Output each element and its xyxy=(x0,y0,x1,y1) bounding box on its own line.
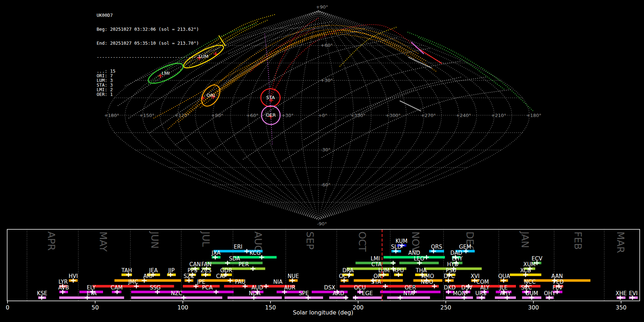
lon-label: +240° xyxy=(456,113,471,118)
meteor-trail xyxy=(250,29,315,72)
shower-bar-JIP: JIP xyxy=(167,267,176,277)
shower-code-label: NOO xyxy=(421,279,433,285)
shower-code-label: SLD xyxy=(391,244,401,250)
activity-bar xyxy=(446,297,473,299)
meteor-trail xyxy=(408,32,533,111)
end-time: End: 20251027 05:35:10 (sol = 213.70°) xyxy=(97,41,199,45)
shower-bar-JXA: JXA xyxy=(211,250,221,259)
shower-code-label: PCA xyxy=(202,284,213,291)
x-tick-label: 350 xyxy=(616,304,627,311)
shower-code-label: URS xyxy=(475,290,487,297)
meteor-trail xyxy=(322,89,512,157)
observation-header: UK00D7 Beg: 20251027 03:32:06 (sol = 213… xyxy=(97,4,199,83)
shower-bar-QUA: QUA xyxy=(498,273,510,283)
lon-label: +210° xyxy=(491,113,506,118)
lat-label: +60° xyxy=(321,43,333,48)
meridian-line xyxy=(318,11,424,220)
shower-code-label: NIA xyxy=(273,279,283,285)
shower-code-label: NTA xyxy=(403,290,414,297)
activity-bar xyxy=(59,297,124,299)
shower-bar-OCT: OCT xyxy=(339,273,350,283)
shower-code-label: FAN xyxy=(201,261,212,268)
lon-label: +270° xyxy=(421,113,436,118)
shower-bar-ORS: ORS xyxy=(429,244,444,253)
shower-code-label: LEO xyxy=(414,255,424,262)
month-label: APR xyxy=(46,231,57,251)
x-tick-label: 150 xyxy=(265,304,276,311)
lon-label: +180° xyxy=(104,113,119,118)
meteor-trail xyxy=(400,101,421,111)
radiant-label: ORI xyxy=(206,93,215,98)
shower-code-label: ERI xyxy=(234,244,242,250)
meteor-trail xyxy=(211,34,415,97)
begin-time: Beg: 20251027 03:32:06 (sol = 213.62°) xyxy=(97,27,199,31)
meteor-trail xyxy=(409,57,431,68)
activity-chart: APRMAYJUNJULAUGSEPOCTNOVDECJANFEBMARKUME… xyxy=(6,229,640,311)
activity-bar xyxy=(183,285,220,288)
shower-code-label: ARI xyxy=(143,273,152,279)
shower-code-label: PAU xyxy=(235,279,245,285)
shower-code-label: RPU xyxy=(393,267,404,274)
shower-bar-CAM: CAM xyxy=(111,284,123,294)
shower-code-label: SZC xyxy=(184,273,194,279)
lat-label: -30° xyxy=(321,147,331,152)
lat-label: -90° xyxy=(317,221,327,226)
shower-bar-SLD: SLD xyxy=(391,244,401,253)
x-tick-label: 100 xyxy=(177,304,189,311)
lat-label: -60° xyxy=(321,182,331,187)
shower-code-label: JXA xyxy=(211,250,221,256)
shower-code-label: ARD xyxy=(333,290,344,297)
shower-code-label: OCT xyxy=(339,273,350,279)
month-label: JUL xyxy=(200,231,211,247)
lon-label: +150° xyxy=(139,113,154,118)
month-label: SEP xyxy=(304,231,316,249)
shower-code-label: AUR xyxy=(284,284,296,291)
meteor-trail xyxy=(219,36,225,46)
shower-code-label: ZCS xyxy=(201,267,211,274)
shower-bar-DPC: DPC xyxy=(444,273,455,283)
shower-code-label: QUA xyxy=(498,273,510,279)
lon-label: +30° xyxy=(282,113,294,118)
shower-bar-URS: URS xyxy=(475,290,487,300)
activity-bar xyxy=(234,256,277,259)
x-tick-label: 250 xyxy=(440,304,452,311)
shower-code-label: CAN xyxy=(189,261,201,268)
shower-code-label: SSG xyxy=(150,284,161,291)
shower-code-label: CAP xyxy=(216,273,227,279)
month-label: MAY xyxy=(98,231,109,252)
shower-code-label: TAH xyxy=(121,267,132,274)
x-tick-label: 200 xyxy=(353,304,364,311)
shower-code-label: AVB xyxy=(58,284,69,291)
x-tick-label: 0 xyxy=(6,304,9,311)
shower-code-label: EGE xyxy=(362,290,373,297)
station-id: UK00D7 xyxy=(97,13,199,18)
lat-label: +90° xyxy=(316,4,328,10)
shower-code-label: GUM xyxy=(525,290,538,297)
shower-code-label: JMC xyxy=(128,279,138,285)
shower-code-label: ETA xyxy=(87,290,97,297)
shower-code-label: PER xyxy=(239,261,249,268)
month-label: FEB xyxy=(572,231,584,250)
meteor-trail xyxy=(200,32,408,107)
shower-bar-RPU: RPU xyxy=(393,267,404,277)
x-tick-label: 50 xyxy=(92,304,99,311)
shower-bar-XHE: XHE xyxy=(615,290,626,300)
meteor-trail xyxy=(358,77,462,114)
meridian-line xyxy=(318,11,512,220)
lon-label: +300° xyxy=(386,113,401,118)
activity-bar xyxy=(206,262,263,264)
shower-code-label: NZC xyxy=(171,290,182,297)
radiant-STA: STA xyxy=(261,89,280,107)
shower-count-row: OER: 1 xyxy=(97,92,199,97)
lon-label: +60° xyxy=(246,113,258,118)
meteor-trail xyxy=(283,77,487,161)
radiant-label: STA xyxy=(266,95,275,100)
shower-bars: KUMERISLDORSGEMJXAKCGANDDADSDALMILEOEHYE… xyxy=(37,238,638,300)
shower-bar-NDA: NDA xyxy=(228,290,282,300)
activity-bar xyxy=(181,291,234,293)
shower-code-label: CAM xyxy=(111,284,123,291)
shower-code-label: JIP xyxy=(168,267,175,274)
meteor-trail xyxy=(218,29,365,91)
meteor-trail xyxy=(243,61,462,159)
shower-bar-AVB: AVB xyxy=(58,284,69,294)
